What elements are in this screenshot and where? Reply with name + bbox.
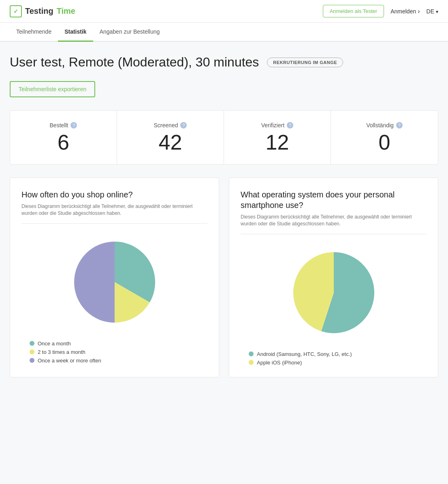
header-right: Anmelden als Tester Anmelden DE — [323, 5, 438, 17]
login-chevron-icon — [418, 8, 420, 15]
legend-os-label-1: Android (Samsung, HTC, Sony, LG, etc.) — [257, 351, 352, 357]
legend-item-2: 2 to 3 times a month — [30, 349, 101, 355]
logo: ✓ TestingTime — [10, 5, 75, 17]
help-icon-vollstaendig[interactable]: ? — [396, 122, 403, 128]
stats-row: Bestellt ? 6 Screened ? 42 Verifiziert ?… — [10, 110, 438, 165]
chart-divider-2 — [241, 234, 427, 234]
lang-chevron-down-icon — [436, 8, 438, 15]
language-selector[interactable]: DE — [427, 8, 438, 15]
stat-label-screened: Screened ? — [127, 122, 214, 128]
chart-subtitle-os: Dieses Diagramm berücksichtigt alle Teil… — [241, 214, 427, 227]
legend-os-label-2: Apple iOS (iPhone) — [257, 360, 302, 366]
tab-teilnehmende[interactable]: Teilnehmende — [10, 23, 58, 42]
legend-os-dot-1 — [249, 351, 254, 356]
register-tester-button[interactable]: Anmelden als Tester — [323, 5, 384, 17]
help-icon-screened[interactable]: ? — [180, 122, 187, 128]
stat-label-bestellt: Bestellt ? — [20, 122, 107, 128]
legend-item-3: Once a week or more often — [30, 358, 101, 364]
stat-label-verifiziert: Verifiziert ? — [234, 122, 321, 128]
stat-value-verifiziert: 12 — [234, 132, 321, 153]
chart-subtitle-shopping: Dieses Diagramm berücksichtigt alle Teil… — [21, 203, 207, 217]
logo-check: ✓ — [13, 8, 18, 15]
stat-label-vollstaendig: Vollständig ? — [341, 122, 428, 128]
help-icon-verifiziert[interactable]: ? — [287, 122, 293, 128]
page-title: User test, Remote (Moderated), 30 minute… — [10, 55, 259, 70]
pie-chart-shopping — [66, 233, 163, 332]
charts-row: How often do you shop online? Dieses Dia… — [10, 178, 438, 377]
legend-dot-3 — [30, 358, 34, 363]
tab-angaben[interactable]: Angaben zur Bestellung — [93, 23, 166, 42]
logo-time-text: Time — [57, 6, 75, 16]
stat-card-vollstaendig: Vollständig ? 0 — [331, 111, 438, 164]
export-button[interactable]: Teilnehmerliste exportieren — [10, 81, 95, 97]
chart-container-1: Once a month 2 to 3 times a month Once a… — [21, 233, 207, 364]
header: ✓ TestingTime Anmelden als Tester Anmeld… — [0, 0, 448, 23]
chart-card-shopping: How often do you shop online? Dieses Dia… — [10, 178, 219, 377]
stat-card-verifiziert: Verifiziert ? 12 — [224, 111, 331, 164]
stat-value-vollstaendig: 0 — [341, 132, 428, 153]
login-link[interactable]: Anmelden — [390, 8, 420, 15]
chart-card-os: What operating system does your personal… — [229, 178, 438, 377]
stat-value-bestellt: 6 — [20, 132, 107, 153]
legend-label-3: Once a week or more often — [38, 358, 101, 364]
legend-label-2: 2 to 3 times a month — [38, 349, 85, 355]
legend-label-1: Once a month — [38, 341, 71, 347]
legend-item-1: Once a month — [30, 341, 101, 347]
pie-chart-os — [285, 244, 382, 343]
stat-value-screened: 42 — [127, 132, 214, 153]
legend-os-item-1: Android (Samsung, HTC, Sony, LG, etc.) — [249, 351, 352, 357]
chart-title-shopping: How often do you shop online? — [21, 189, 207, 200]
stat-card-bestellt: Bestellt ? 6 — [10, 111, 117, 164]
legend-os-dot-2 — [249, 360, 254, 365]
chart-title-os: What operating system does your personal… — [241, 189, 427, 210]
logo-icon: ✓ — [10, 5, 22, 17]
legend-dot-2 — [30, 349, 34, 354]
nav-tabs: Teilnehmende Statistik Angaben zur Beste… — [0, 23, 448, 42]
main-content: User test, Remote (Moderated), 30 minute… — [0, 42, 448, 484]
stat-card-screened: Screened ? 42 — [117, 111, 224, 164]
logo-testing-text: Testing — [25, 6, 53, 16]
chart-legend-shopping: Once a month 2 to 3 times a month Once a… — [21, 341, 101, 364]
legend-dot-1 — [30, 341, 34, 346]
help-icon-bestellt[interactable]: ? — [70, 122, 77, 128]
tab-statistik[interactable]: Statistik — [58, 23, 93, 42]
page-title-row: User test, Remote (Moderated), 30 minute… — [10, 55, 438, 70]
chart-container-2: Android (Samsung, HTC, Sony, LG, etc.) A… — [241, 244, 427, 366]
chart-divider-1 — [21, 223, 207, 224]
chart-legend-os: Android (Samsung, HTC, Sony, LG, etc.) A… — [241, 351, 352, 366]
status-badge: REKRUTIERUNG IM GANGE — [267, 58, 343, 67]
legend-os-item-2: Apple iOS (iPhone) — [249, 360, 352, 366]
